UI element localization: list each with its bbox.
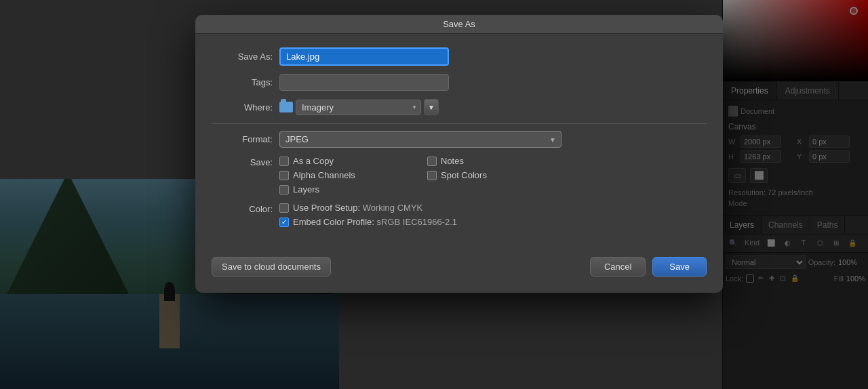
- format-select-wrapper: JPEG ▼: [279, 131, 561, 148]
- color-section-row: Color: Use Proof Setup: Working CMYK Emb…: [212, 203, 707, 227]
- tags-input[interactable]: [279, 74, 449, 91]
- as-copy-checkbox[interactable]: [279, 157, 289, 166]
- save-to-cloud-button[interactable]: Save to cloud documents: [212, 257, 331, 277]
- save-options-label: Save:: [212, 156, 273, 167]
- tags-row: Tags:: [212, 74, 707, 91]
- save-as-row: Save As:: [212, 47, 707, 66]
- spot-colors-label: Spot Colors: [441, 170, 487, 180]
- use-proof-label: Use Proof Setup: Working CMYK: [293, 203, 422, 213]
- cancel-button[interactable]: Cancel: [590, 257, 646, 277]
- notes-checkbox-item: Notes: [427, 156, 561, 166]
- dialog-footer: Save to cloud documents Cancel Save: [195, 246, 723, 293]
- embed-color-label: Embed Color Profile: sRGB IEC61966-2.1: [293, 217, 457, 227]
- tags-label: Tags:: [212, 77, 273, 87]
- use-proof-checkbox[interactable]: [279, 203, 289, 213]
- alpha-channels-label: Alpha Channels: [293, 170, 355, 180]
- divider-1: [212, 123, 707, 124]
- where-expand-button[interactable]: ▼: [424, 99, 439, 115]
- dialog-body: Save As: Tags: Where: Imagery ▼ ▼: [195, 34, 723, 246]
- alpha-channels-checkbox[interactable]: [279, 171, 289, 180]
- layers-checkbox-label: Layers: [293, 184, 319, 194]
- save-as-label: Save As:: [212, 52, 273, 62]
- where-select-wrapper: Imagery ▼: [296, 100, 421, 115]
- alpha-channels-checkbox-item: Alpha Channels: [279, 170, 414, 180]
- folder-icon: [279, 102, 293, 112]
- save-as-dialog: Save As Save As: Tags: Where: Imagery ▼: [195, 15, 723, 293]
- use-proof-checkbox-item: Use Proof Setup: Working CMYK: [279, 203, 561, 213]
- notes-checkbox[interactable]: [427, 157, 437, 166]
- save-checkboxes-grid: As a Copy Notes Alpha Channels Spot Colo…: [279, 156, 561, 194]
- spot-colors-checkbox-item: Spot Colors: [427, 170, 561, 180]
- save-as-input[interactable]: [279, 47, 449, 66]
- where-select[interactable]: Imagery: [296, 100, 421, 115]
- where-label: Where:: [212, 102, 273, 112]
- dialog-title: Save As: [443, 19, 475, 29]
- layers-checkbox-item: Layers: [279, 184, 414, 194]
- where-selector: Imagery ▼ ▼: [279, 99, 439, 115]
- color-checkboxes: Use Proof Setup: Working CMYK Embed Colo…: [279, 203, 561, 227]
- spot-colors-checkbox[interactable]: [427, 171, 437, 180]
- embed-color-checkbox[interactable]: [279, 218, 289, 227]
- where-row: Where: Imagery ▼ ▼: [212, 99, 707, 115]
- format-row: Format: JPEG ▼: [212, 131, 707, 148]
- color-label: Color:: [212, 203, 273, 214]
- embed-color-checkbox-item: Embed Color Profile: sRGB IEC61966-2.1: [279, 217, 561, 227]
- format-label: Format:: [212, 134, 273, 144]
- save-button[interactable]: Save: [652, 257, 707, 277]
- layers-checkbox[interactable]: [279, 185, 289, 194]
- as-copy-label: As a Copy: [293, 156, 334, 166]
- dialog-titlebar: Save As: [195, 15, 723, 34]
- as-copy-checkbox-item: As a Copy: [279, 156, 414, 166]
- notes-label: Notes: [441, 156, 464, 166]
- format-select[interactable]: JPEG: [279, 131, 561, 148]
- save-options-row: Save: As a Copy Notes Alpha Channels Spo…: [212, 156, 707, 194]
